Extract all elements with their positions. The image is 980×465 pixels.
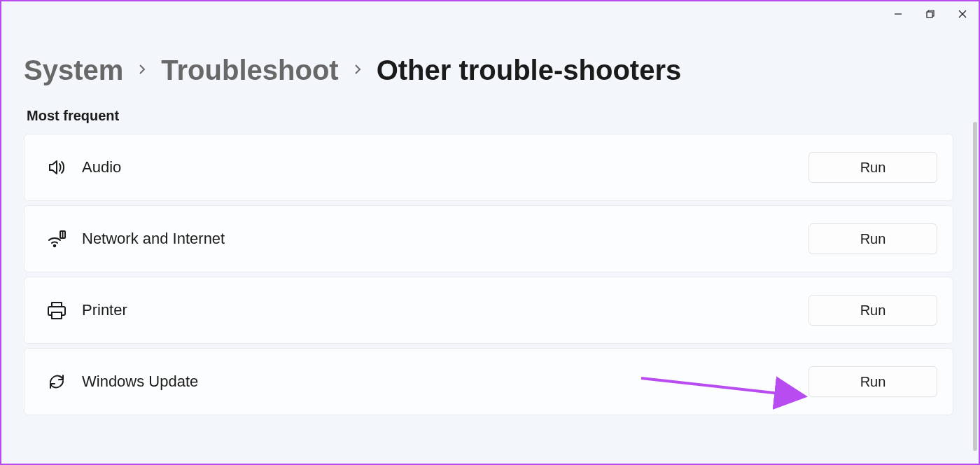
troubleshooter-printer: Printer Run <box>24 277 953 344</box>
page-title: Other trouble-shooters <box>377 56 682 84</box>
troubleshooter-network: Network and Internet Run <box>24 205 953 272</box>
chevron-right-icon <box>353 62 363 81</box>
maximize-icon <box>925 9 935 19</box>
troubleshooter-label: Audio <box>82 158 808 176</box>
network-icon <box>43 228 71 250</box>
audio-icon <box>43 156 71 179</box>
window-controls <box>882 1 979 27</box>
svg-point-4 <box>54 245 56 247</box>
scrollbar[interactable] <box>973 122 977 451</box>
run-button-audio[interactable]: Run <box>808 152 937 183</box>
close-icon <box>958 9 967 19</box>
breadcrumb-troubleshoot[interactable]: Troubleshoot <box>161 56 338 84</box>
chevron-right-icon <box>137 62 147 81</box>
close-button[interactable] <box>946 1 979 27</box>
minimize-icon <box>893 9 903 19</box>
section-heading: Most frequent <box>27 108 959 124</box>
troubleshooter-label: Network and Internet <box>82 230 808 248</box>
svg-rect-1 <box>927 12 932 18</box>
run-button-printer[interactable]: Run <box>808 295 937 326</box>
troubleshooter-audio: Audio Run <box>24 134 953 201</box>
svg-rect-8 <box>52 312 62 319</box>
minimize-button[interactable] <box>882 1 914 27</box>
run-button-windows-update[interactable]: Run <box>808 366 937 397</box>
breadcrumb-system[interactable]: System <box>24 56 123 84</box>
troubleshooter-label: Windows Update <box>82 373 808 391</box>
breadcrumb: System Troubleshoot Other trouble-shoote… <box>24 56 959 84</box>
troubleshooter-list: Audio Run Network and Internet Run <box>24 134 953 415</box>
page-content: System Troubleshoot Other trouble-shoote… <box>1 1 979 415</box>
update-icon <box>43 370 71 393</box>
troubleshooter-windows-update: Windows Update Run <box>24 348 953 415</box>
run-button-network[interactable]: Run <box>808 223 937 254</box>
maximize-button[interactable] <box>914 1 946 27</box>
troubleshooter-label: Printer <box>82 301 808 319</box>
printer-icon <box>43 299 71 321</box>
